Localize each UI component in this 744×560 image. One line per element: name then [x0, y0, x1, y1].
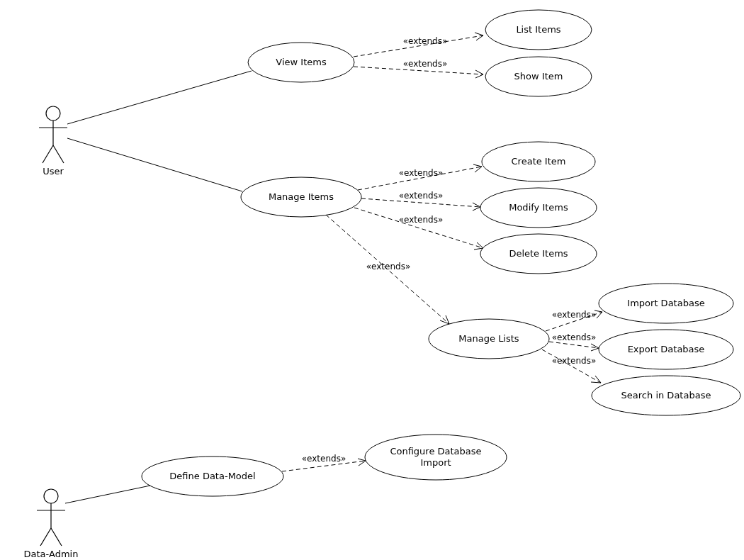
svg-text:«extends»: «extends»: [302, 454, 346, 464]
usecase-import-database: Import Database: [599, 284, 733, 323]
extends-manage-lists-import-database: «extends»: [546, 310, 602, 331]
svg-text:Create Item: Create Item: [512, 156, 566, 167]
usecase-define-data-model: Define Data-Model: [142, 457, 283, 496]
svg-text:Import Database: Import Database: [627, 298, 704, 308]
svg-text:View Items: View Items: [276, 57, 327, 67]
svg-line-45: [354, 208, 483, 248]
svg-text:«extends»: «extends»: [366, 262, 411, 271]
usecase-show-item: Show Item: [485, 57, 592, 96]
actor-user-label: User: [43, 166, 64, 177]
svg-text:«extends»: «extends»: [552, 310, 597, 320]
svg-text:Configure Database: Configure Database: [390, 446, 481, 457]
extends-manage-items-delete-items: «extends»: [354, 208, 483, 250]
svg-text:Show Item: Show Item: [514, 71, 563, 82]
actor-data-admin: Data-Admin: [24, 489, 79, 559]
svg-text:«extends»: «extends»: [552, 332, 597, 342]
svg-line-3: [43, 145, 53, 163]
usecase-search-in-database: Search in Database: [592, 376, 740, 415]
extends-manage-items-modify-items: «extends»: [361, 191, 480, 211]
usecase-create-item: Create Item: [482, 142, 595, 181]
usecase-configure-database-import: Configure Database Import: [365, 435, 507, 480]
extends-manage-items-create-item: «extends»: [358, 164, 482, 190]
svg-text:Import: Import: [420, 457, 451, 468]
assoc-dataadmin-define-data-model: [65, 486, 150, 503]
assoc-user-manage-items: [67, 138, 242, 191]
extends-manage-items-manage-lists: «extends»: [326, 215, 449, 324]
usecase-delete-items: Delete Items: [480, 234, 597, 274]
svg-line-51: [549, 342, 599, 348]
use-case-diagram: User Data-Admin View Items List Items Sh…: [0, 0, 744, 560]
svg-line-9: [51, 528, 62, 546]
usecase-view-items: View Items: [248, 43, 354, 82]
extends-view-items-list-items: «extends»: [354, 33, 483, 57]
svg-text:Manage Items: Manage Items: [269, 191, 334, 202]
svg-text:Define Data-Model: Define Data-Model: [169, 471, 255, 481]
svg-text:Search in Database: Search in Database: [621, 390, 711, 401]
usecase-export-database: Export Database: [599, 330, 733, 369]
usecase-manage-lists: Manage Lists: [429, 319, 549, 359]
svg-point-5: [44, 489, 58, 503]
svg-text:«extends»: «extends»: [399, 215, 444, 225]
extends-define-data-model-configure-db-import: «extends»: [282, 454, 366, 471]
svg-point-0: [46, 106, 60, 121]
svg-text:«extends»: «extends»: [403, 59, 448, 69]
svg-text:Export Database: Export Database: [628, 344, 705, 354]
usecase-modify-items: Modify Items: [480, 188, 597, 228]
svg-text:«extends»: «extends»: [399, 168, 444, 178]
svg-line-53: [542, 349, 601, 383]
svg-text:Manage Lists: Manage Lists: [458, 333, 519, 344]
svg-text:«extends»: «extends»: [399, 191, 444, 201]
assoc-user-view-items: [67, 71, 252, 124]
extends-manage-lists-search-in-database: «extends»: [542, 349, 601, 383]
svg-line-8: [40, 528, 51, 546]
actor-data-admin-label: Data-Admin: [24, 549, 79, 559]
extends-view-items-show-item: «extends»: [354, 59, 483, 78]
extends-manage-lists-export-database: «extends»: [549, 332, 599, 351]
svg-text:«extends»: «extends»: [552, 356, 597, 366]
actor-user: User: [39, 106, 67, 177]
svg-text:List Items: List Items: [516, 24, 560, 35]
svg-text:Delete Items: Delete Items: [509, 248, 568, 259]
usecase-list-items: List Items: [485, 10, 592, 50]
svg-line-4: [53, 145, 64, 163]
svg-text:Modify Items: Modify Items: [509, 202, 568, 213]
usecase-manage-items: Manage Items: [241, 177, 361, 217]
svg-text:«extends»: «extends»: [403, 36, 448, 46]
